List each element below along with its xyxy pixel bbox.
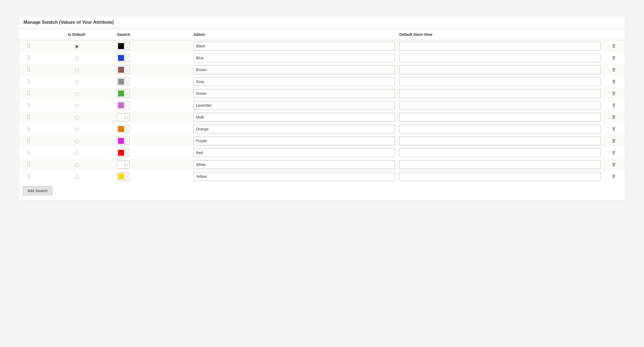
swatch-color-box[interactable] xyxy=(117,172,125,181)
store-view-input[interactable] xyxy=(399,54,601,62)
store-view-input[interactable] xyxy=(399,125,601,133)
swatch-dropdown-arrow-icon[interactable]: ↓ xyxy=(125,172,129,181)
drag-handle-icon[interactable] xyxy=(27,174,30,178)
svg-rect-22 xyxy=(27,82,28,83)
swatch-dropdown-arrow-icon[interactable]: ↓ xyxy=(125,66,129,74)
delete-row-button[interactable] xyxy=(611,90,617,97)
drag-handle-icon[interactable] xyxy=(27,162,30,166)
store-view-input[interactable] xyxy=(399,89,601,98)
admin-input[interactable] xyxy=(194,89,395,98)
delete-row-button[interactable] xyxy=(611,114,617,120)
swatch-dropdown-arrow-icon[interactable]: ↓ xyxy=(125,54,129,62)
svg-rect-30 xyxy=(27,103,28,104)
swatch-dropdown-arrow-icon[interactable]: ↓ xyxy=(125,137,129,145)
svg-rect-28 xyxy=(27,94,28,95)
delete-row-button[interactable] xyxy=(611,102,617,109)
svg-rect-65 xyxy=(29,165,30,166)
store-view-input[interactable] xyxy=(399,172,601,181)
delete-row-button[interactable] xyxy=(611,78,617,85)
store-view-input[interactable] xyxy=(399,77,601,86)
swatch-dropdown-arrow-icon[interactable]: ↓ xyxy=(125,125,129,133)
swatch-color-box[interactable] xyxy=(117,149,125,157)
swatch-color-box[interactable] xyxy=(117,66,125,74)
is-default-radio[interactable] xyxy=(75,57,79,60)
store-view-input[interactable] xyxy=(399,65,601,74)
delete-row-button[interactable] xyxy=(611,55,617,61)
swatch-dropdown-arrow-icon[interactable]: ↓ xyxy=(125,78,129,86)
is-default-radio[interactable] xyxy=(75,175,79,179)
admin-input[interactable] xyxy=(194,65,395,74)
is-default-radio[interactable] xyxy=(75,140,79,143)
admin-input[interactable] xyxy=(194,101,395,110)
is-default-radio[interactable] xyxy=(75,104,79,108)
drag-handle-icon[interactable] xyxy=(27,55,30,60)
admin-input[interactable] xyxy=(194,77,395,86)
swatch-color-box[interactable] xyxy=(117,125,125,133)
drag-handle-icon[interactable] xyxy=(27,103,30,107)
swatch-dropdown-arrow-icon[interactable]: ↓ xyxy=(125,149,129,157)
admin-input[interactable] xyxy=(194,172,395,181)
swatch-color-box[interactable] xyxy=(117,54,125,62)
swatch-color-box[interactable] xyxy=(117,78,125,86)
drag-handle-icon[interactable] xyxy=(27,44,30,48)
swatch-color-box[interactable] xyxy=(117,101,125,109)
swatch-color-box[interactable] xyxy=(117,113,125,121)
swatch-dropdown-arrow-icon[interactable]: ↓ xyxy=(125,161,129,169)
admin-input[interactable] xyxy=(194,54,395,62)
svg-rect-66 xyxy=(27,174,28,175)
delete-row-button[interactable] xyxy=(611,67,617,73)
delete-row-button[interactable] xyxy=(611,173,617,180)
swatch-color-box[interactable] xyxy=(117,137,125,145)
delete-row-button[interactable] xyxy=(611,161,617,168)
is-default-radio[interactable] xyxy=(75,116,79,120)
swatch-dropdown-arrow-icon[interactable]: ↓ xyxy=(125,42,129,50)
swatch-dropdown-arrow-icon[interactable]: ↓ xyxy=(125,113,129,121)
drag-handle-icon[interactable] xyxy=(27,138,30,143)
admin-input[interactable] xyxy=(194,137,395,145)
admin-input[interactable] xyxy=(194,42,395,50)
svg-rect-45 xyxy=(29,128,30,129)
is-default-radio[interactable] xyxy=(75,128,79,131)
store-view-input[interactable] xyxy=(399,101,601,110)
is-default-radio[interactable] xyxy=(75,68,79,72)
swatch-color-box[interactable] xyxy=(117,161,125,169)
swatch-chip xyxy=(118,102,124,108)
store-view-input[interactable] xyxy=(399,137,601,145)
drag-handle-icon[interactable] xyxy=(27,150,30,155)
svg-rect-61 xyxy=(29,162,30,163)
delete-row-button[interactable] xyxy=(611,126,617,132)
admin-input[interactable] xyxy=(194,113,395,122)
store-view-input[interactable] xyxy=(399,160,601,169)
is-default-radio[interactable] xyxy=(75,45,79,48)
store-view-input[interactable] xyxy=(399,42,601,50)
delete-row-button[interactable] xyxy=(611,150,617,156)
is-default-radio[interactable] xyxy=(75,92,79,96)
store-view-input[interactable] xyxy=(399,148,601,157)
drag-handle-icon[interactable] xyxy=(27,91,30,95)
admin-input[interactable] xyxy=(194,148,395,157)
header-admin: Admin xyxy=(191,29,397,40)
add-swatch-button[interactable]: Add Swatch xyxy=(23,186,52,195)
swatch-dropdown-arrow-icon[interactable]: ↓ xyxy=(125,89,129,98)
svg-rect-15 xyxy=(29,69,30,70)
drag-handle-icon[interactable] xyxy=(27,115,30,119)
admin-input[interactable] xyxy=(194,160,395,169)
delete-row-button[interactable] xyxy=(611,43,617,49)
swatch-color-box[interactable] xyxy=(117,42,125,50)
is-default-radio[interactable] xyxy=(75,151,79,155)
delete-row-button[interactable] xyxy=(611,138,617,144)
trash-icon xyxy=(612,44,616,48)
trash-icon xyxy=(612,127,616,131)
drag-handle-icon[interactable] xyxy=(27,79,30,84)
svg-rect-5 xyxy=(29,47,30,48)
store-view-input[interactable] xyxy=(399,113,601,122)
is-default-radio[interactable] xyxy=(75,163,79,167)
swatch-color-box[interactable] xyxy=(117,89,125,98)
drag-handle-icon[interactable] xyxy=(27,127,30,131)
is-default-radio[interactable] xyxy=(75,80,79,84)
admin-input[interactable] xyxy=(194,125,395,133)
swatch-dropdown-arrow-icon[interactable]: ↓ xyxy=(125,101,129,109)
svg-rect-43 xyxy=(29,127,30,127)
drag-handle-icon[interactable] xyxy=(27,67,30,72)
trash-icon xyxy=(612,115,616,119)
